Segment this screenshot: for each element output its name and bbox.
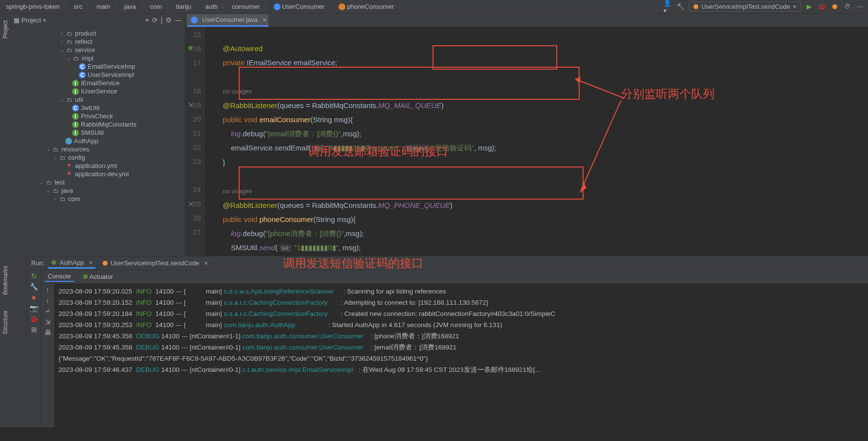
tree-node[interactable]: ⌄🗀impl [11,54,185,62]
top-bar: springb-privs-token 〉 src〉 main〉 java〉 c… [0,0,868,14]
tree-node[interactable]: ⚑application-dev.yml [11,170,185,178]
tree-node[interactable]: CUserServiceImpl [11,71,185,79]
debug-button[interactable]: 🐞 [817,2,826,11]
project-title[interactable]: ▦Project▾ [14,17,145,24]
settings-icon[interactable]: ⚙ [166,16,172,24]
tree-node[interactable]: ⌄🗀service [11,46,185,54]
method-override-icon[interactable]: ⇲ [188,197,193,211]
more-icon[interactable]: ⋯ [855,2,864,11]
code-body[interactable]: @Autowired private IEmailService emailSe… [205,27,868,256]
tree-node[interactable]: ISMSUtil [11,129,185,137]
spring-bean-icon[interactable]: ❇ [188,41,193,55]
breadcrumb: springb-privs-token 〉 src〉 main〉 java〉 c… [4,2,663,12]
profile-button[interactable]: ⏱ [843,2,851,11]
class-icon [191,17,198,23]
bc-tianju[interactable]: tianju [174,2,193,11]
select-opened-icon[interactable]: ⟳ [152,16,158,24]
soft-wrap-icon[interactable]: ⤶ [45,307,51,315]
project-tool-tab[interactable]: Project [1,18,10,41]
user-icon[interactable]: 👤▾ [663,2,672,11]
layout-icon[interactable]: ⊞ [31,326,37,333]
tree-node[interactable]: IRabbitMqConstants [11,120,185,129]
bc-main[interactable]: main [94,2,112,11]
close-icon[interactable]: × [89,259,93,266]
tree-node[interactable]: ⚑application.yml [11,162,185,170]
structure-tab[interactable]: Structure [1,308,10,337]
line-gutter: 151617 181920212223 24252627 ❇ ⇲ ⇲ [185,27,205,256]
close-icon[interactable]: × [263,16,266,24]
bc-method[interactable]: phoneConsumer [337,2,396,12]
bc-root[interactable]: springb-privs-token [4,2,62,11]
tree-node[interactable]: ⌄🗀resources [11,145,185,153]
scroll-end-icon[interactable]: ⇲ [45,318,51,326]
close-icon[interactable]: × [204,259,208,267]
print-icon[interactable]: 🖶 [44,329,51,336]
tab-label: UserConsumer.java [202,16,258,23]
test-icon: ⬣ [102,259,108,267]
run-tab-test[interactable]: ⬣ UserServiceImplTest.sendCode × [99,258,211,268]
hammer-icon[interactable]: 🔨 [676,2,685,11]
tree-node[interactable]: ›🗀product [11,29,185,37]
bc-java[interactable]: java [122,2,138,11]
project-tree[interactable]: ›🗀product›🗀reflect⌄🗀service⌄🗀implCEmailS… [11,27,185,256]
tree-node[interactable]: CJwtUtil [11,104,185,112]
tree-node[interactable]: ⌄🗀java [11,186,185,195]
down-icon[interactable]: ↓ [46,296,49,304]
stop-icon[interactable]: ■ [32,294,36,301]
bookmarks-tab[interactable]: Bookmarks [1,263,10,298]
wrench-icon[interactable]: 🔧 [30,283,38,291]
toolbar-right: 👤▾ 🔨 ⬣UserServiceImplTest.sendCode▾ ▶ 🐞 … [663,1,864,12]
tree-node[interactable]: IIEmailService [11,79,185,87]
coverage-button[interactable]: ⬣ [830,2,839,11]
spring-icon: ❇ [51,259,57,266]
tree-node[interactable]: ›🗀reflect [11,37,185,46]
run-button[interactable]: ▶ [805,2,813,11]
left-tool-stripe: Project [0,14,11,256]
up-icon[interactable]: ↑ [46,286,49,294]
annotation-text: 调用发送短信验证码的接口 [283,256,423,271]
bc-auth[interactable]: auth [204,2,220,11]
left-bottom-stripe: Bookmarks Structure [0,263,11,337]
actuator-tab[interactable]: ❇ Actuator [80,272,116,281]
run-toolbar: ↻ 🔧 ■ 📷 🐞 ⊞ [27,270,41,427]
project-panel: ▦Project▾ ⌖ ⟳ | ⚙ — ›🗀product›🗀reflect⌄🗀… [11,14,185,256]
console-tab[interactable]: Console [45,272,74,282]
tree-node[interactable]: ⌄🗀util [11,95,185,104]
tree-node[interactable]: ›🗀com [11,195,185,203]
rerun-icon[interactable]: ↻ [31,272,37,280]
editor-tabs: UserConsumer.java × [185,14,868,27]
heap-icon[interactable]: 📷 [30,304,38,312]
bc-consumer[interactable]: consumer [230,2,262,11]
bc-class[interactable]: UserConsumer [272,2,326,12]
bc-src[interactable]: src [72,2,84,11]
tree-node[interactable]: IPrivsCheck [11,112,185,120]
divider: | [161,16,163,24]
exit-icon[interactable]: 🐞 [30,315,38,323]
run-configuration[interactable]: ⬣UserServiceImplTest.sendCode▾ [689,1,801,12]
method-override-icon[interactable]: ⇲ [188,98,193,112]
console-output[interactable]: 2023-08-09 17:59:20.025 INFO 14100 --- [… [55,284,868,427]
run-panel: Run: ❇ AuthApp × ⬣ UserServiceImplTest.s… [0,256,868,427]
tree-node[interactable]: ⌄🗀test [11,178,185,186]
locate-icon[interactable]: ⌖ [145,16,149,24]
collapse-icon[interactable]: — [175,16,182,24]
run-tab-authapp[interactable]: ❇ AuthApp × [48,258,95,269]
run-label: Run: [31,259,44,267]
editor: UserConsumer.java × 151617 181920212223 … [185,14,868,256]
tab-userconsumer[interactable]: UserConsumer.java × [187,14,268,27]
tree-node[interactable]: ⌄🗀config [11,153,185,162]
tree-node[interactable]: ❇AuthApp [11,137,185,145]
console-toolbar: ↑ ↓ ⤶ ⇲ 🖶 [41,284,55,427]
tree-node[interactable]: CEmailServiceImp [11,62,185,71]
tree-node[interactable]: IIUserService [11,87,185,95]
bc-com[interactable]: com [148,2,164,11]
